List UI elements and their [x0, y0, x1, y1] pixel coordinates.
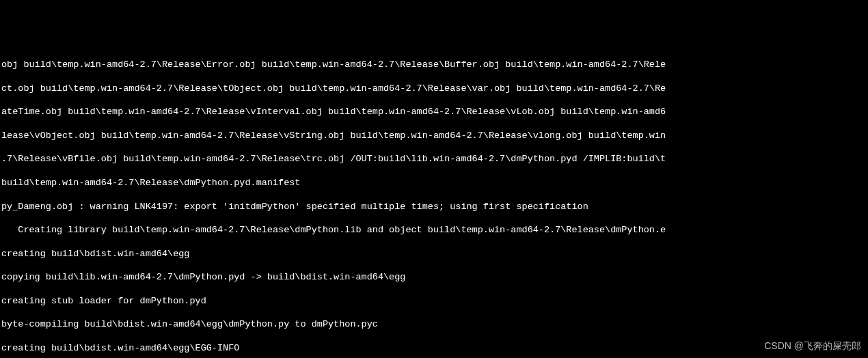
output-line: creating stub loader for dmPython.pyd	[1, 295, 867, 307]
terminal-output: obj build\temp.win-amd64-2.7\Release\Err…	[0, 47, 868, 358]
output-line: lease\vObject.obj build\temp.win-amd64-2…	[1, 130, 867, 141]
watermark-text: CSDN @飞奔的屎壳郎	[764, 340, 861, 353]
output-line: .7\Release\vBfile.obj build\temp.win-amd…	[1, 153, 867, 165]
output-line: Creating library build\temp.win-amd64-2.…	[1, 224, 867, 236]
output-line: ateTime.obj build\temp.win-amd64-2.7\Rel…	[1, 106, 867, 118]
output-line: byte-compiling build\bdist.win-amd64\egg…	[1, 318, 867, 330]
output-line: creating build\bdist.win-amd64\egg\EGG-I…	[1, 342, 867, 354]
output-line: obj build\temp.win-amd64-2.7\Release\Err…	[1, 59, 867, 70]
output-line: copying build\lib.win-amd64-2.7\dmPython…	[1, 271, 867, 283]
output-line: py_Dameng.obj : warning LNK4197: export …	[1, 201, 867, 212]
output-line: ct.obj build\temp.win-amd64-2.7\Release\…	[1, 83, 867, 94]
output-line: build\temp.win-amd64-2.7\Release\dmPytho…	[1, 177, 867, 189]
output-line: creating build\bdist.win-amd64\egg	[1, 248, 867, 260]
